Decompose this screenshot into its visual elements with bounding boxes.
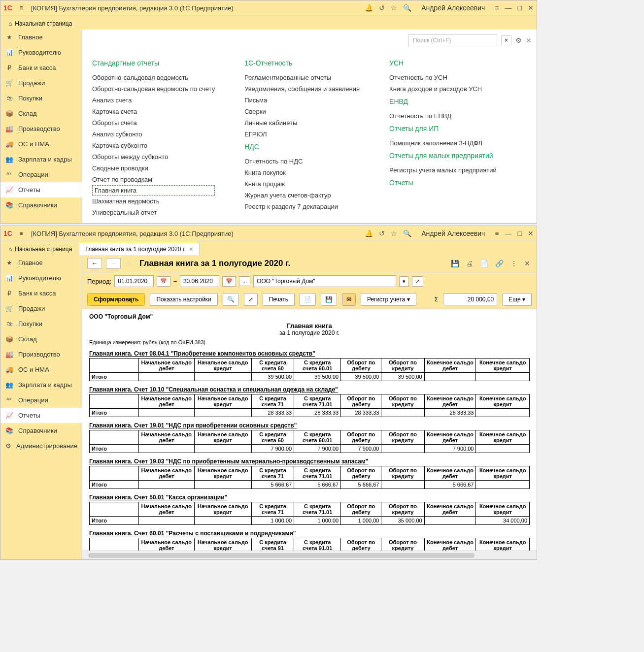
sidebar-item[interactable]: ⚙Администрирование xyxy=(0,438,82,454)
preview-button[interactable]: 📄 xyxy=(300,293,316,306)
search-icon[interactable]: 🔍 xyxy=(403,229,411,237)
report-link[interactable]: Регистры учета малых предприятий xyxy=(389,164,497,176)
bell-icon[interactable]: 🔔 xyxy=(365,4,373,12)
sidebar-item[interactable]: 🚚ОС и НМА xyxy=(0,136,82,152)
organization-input[interactable]: ООО "Торговый Дом" xyxy=(253,275,396,287)
sidebar-item[interactable]: 🏭Производство xyxy=(0,347,82,362)
report-link[interactable]: Карточка субконто xyxy=(92,140,215,151)
tab-close-icon[interactable]: ✕ xyxy=(189,246,193,253)
save-icon[interactable]: 💾 xyxy=(451,260,459,267)
report-link[interactable]: Обороты счета xyxy=(92,117,215,129)
panel-close-icon[interactable]: ✕ xyxy=(526,36,532,44)
period-select-button[interactable]: ... xyxy=(239,276,250,286)
org-open-icon[interactable]: ↗ xyxy=(412,276,423,287)
user-name[interactable]: Андрей Алексеевич xyxy=(421,229,485,237)
print-button[interactable]: Печать xyxy=(263,293,295,306)
search-input[interactable]: Поиск (Ctrl+F) xyxy=(408,34,497,46)
bell-icon[interactable]: 🔔 xyxy=(365,229,373,237)
report-link[interactable]: Обороты между субконто xyxy=(92,151,215,163)
star-icon[interactable]: ☆ xyxy=(125,259,132,268)
tab-document[interactable]: Главная книга за 1 полугодие 2020 г. ✕ xyxy=(79,243,200,255)
report-link[interactable]: Письма xyxy=(244,95,360,106)
sidebar-item[interactable]: ᴬᵏОперации xyxy=(0,392,82,408)
report-link[interactable]: Оборотно-сальдовая ведомость xyxy=(92,72,215,83)
sidebar-item[interactable]: 👥Зарплата и кадры xyxy=(0,377,82,392)
user-name[interactable]: Андрей Алексеевич xyxy=(421,4,485,12)
sidebar-item[interactable]: 👥Зарплата и кадры xyxy=(0,152,82,167)
date-to-calendar-icon[interactable]: 📅 xyxy=(222,276,236,287)
dropdown-icon[interactable]: ≡ xyxy=(495,229,499,237)
more-icon[interactable]: ⋮ xyxy=(510,260,517,267)
sidebar-item[interactable]: 🚚ОС и НМА xyxy=(0,362,82,377)
more-button[interactable]: Еще ▾ xyxy=(502,293,532,306)
sum-input[interactable]: 20 000,00 xyxy=(443,293,497,305)
register-button[interactable]: Регистр учета ▾ xyxy=(361,293,416,306)
sidebar-item[interactable]: ★Главное xyxy=(0,255,82,270)
sidebar-item[interactable]: ₽Банк и касса xyxy=(0,60,82,75)
menu-icon[interactable]: ≡ xyxy=(15,230,27,237)
report-link[interactable]: Помощник заполнения 3-НДФЛ xyxy=(389,137,497,149)
org-dropdown-icon[interactable]: ▾ xyxy=(399,276,409,287)
sidebar-item[interactable]: 🛍Покупки xyxy=(0,316,82,331)
date-from-calendar-icon[interactable]: 📅 xyxy=(157,276,170,287)
report-link[interactable]: Книга покупок xyxy=(244,167,360,178)
report-link[interactable]: Анализ счета xyxy=(92,95,215,106)
menu-icon[interactable]: ≡ xyxy=(15,4,27,11)
gear-icon[interactable]: ⚙ xyxy=(515,36,522,44)
report-link[interactable]: Отчет по проводкам xyxy=(92,174,215,185)
maximize-icon[interactable]: □ xyxy=(518,229,522,237)
report-link[interactable]: Отчетность по ЕНВД xyxy=(389,110,497,122)
report-link[interactable]: Сводные проводки xyxy=(92,163,215,174)
find-button[interactable]: 🔍 xyxy=(223,293,239,306)
expand-button[interactable]: ⤢ xyxy=(244,293,258,306)
nav-back-button[interactable]: ← xyxy=(87,258,102,269)
report-link[interactable]: Анализ субконто xyxy=(92,129,215,140)
close-panel-icon[interactable]: ✕ xyxy=(524,260,530,267)
report-link[interactable]: Уведомления, сообщения и заявления xyxy=(244,83,360,95)
report-area[interactable]: ООО "Торговый Дом"Главная книгаза 1 полу… xyxy=(82,309,537,551)
date-from-input[interactable]: 01.01.2020 xyxy=(114,275,154,287)
print-icon[interactable]: 🖨 xyxy=(466,260,473,267)
report-link[interactable]: Сверки xyxy=(244,106,360,117)
sidebar-item[interactable]: 🛒Продажи xyxy=(0,75,82,91)
sidebar-item[interactable]: 🛒Продажи xyxy=(0,301,82,316)
date-to-input[interactable]: 30.06.2020 xyxy=(180,275,219,287)
form-button[interactable]: Сформировать xyxy=(87,293,145,306)
report-link[interactable]: Универсальный отчет xyxy=(92,207,215,218)
maximize-icon[interactable]: □ xyxy=(518,4,522,12)
report-link[interactable]: Шахматная ведомость xyxy=(92,196,215,207)
link-icon[interactable]: 🔗 xyxy=(495,260,504,267)
show-settings-button[interactable]: Показать настройки xyxy=(150,293,217,306)
star-icon[interactable]: ☆ xyxy=(391,4,397,12)
report-link[interactable]: Журнал учета счетов-фактур xyxy=(244,190,360,201)
report-link[interactable]: Книга продаж xyxy=(244,178,360,190)
tab-home[interactable]: ⌂ Начальная страница xyxy=(2,18,78,30)
tab-home[interactable]: ⌂ Начальная страница xyxy=(2,243,78,255)
history-icon[interactable]: ↺ xyxy=(379,4,385,12)
sidebar-item[interactable]: 📊Руководителю xyxy=(0,270,82,286)
close-icon[interactable]: ✕ xyxy=(528,229,534,237)
sidebar-item[interactable]: 📚Справочники xyxy=(0,423,82,438)
nav-forward-button[interactable]: → xyxy=(106,258,121,269)
export-icon[interactable]: 📄 xyxy=(480,260,488,267)
report-link[interactable]: Карточка счета xyxy=(92,106,215,117)
sum-icon[interactable]: Σ xyxy=(435,296,438,303)
report-link[interactable]: ЕГРЮЛ xyxy=(244,129,360,140)
sidebar-item[interactable]: 🏭Производство xyxy=(0,121,82,136)
sidebar-item[interactable]: 🛍Покупки xyxy=(0,91,82,106)
dropdown-icon[interactable]: ≡ xyxy=(495,4,499,12)
sidebar-item[interactable]: 📈Отчеты xyxy=(0,182,82,197)
report-link[interactable]: Книга доходов и расходов УСН xyxy=(389,83,497,95)
sidebar-item[interactable]: 📦Склад xyxy=(0,331,82,347)
history-icon[interactable]: ↺ xyxy=(379,229,385,237)
star-icon[interactable]: ☆ xyxy=(391,229,397,237)
report-link[interactable]: Оборотно-сальдовая ведомость по счету xyxy=(92,83,215,95)
report-link[interactable]: Регламентированные отчеты xyxy=(244,72,360,83)
email-button[interactable]: ✉ xyxy=(342,293,356,306)
sidebar-item[interactable]: 📦Склад xyxy=(0,106,82,121)
close-icon[interactable]: ✕ xyxy=(528,4,534,12)
report-link[interactable]: Личные кабинеты xyxy=(244,117,360,129)
report-link[interactable]: Главная книга xyxy=(92,185,215,196)
sidebar-item[interactable]: 📊Руководителю xyxy=(0,45,82,60)
search-icon[interactable]: 🔍 xyxy=(403,4,411,12)
